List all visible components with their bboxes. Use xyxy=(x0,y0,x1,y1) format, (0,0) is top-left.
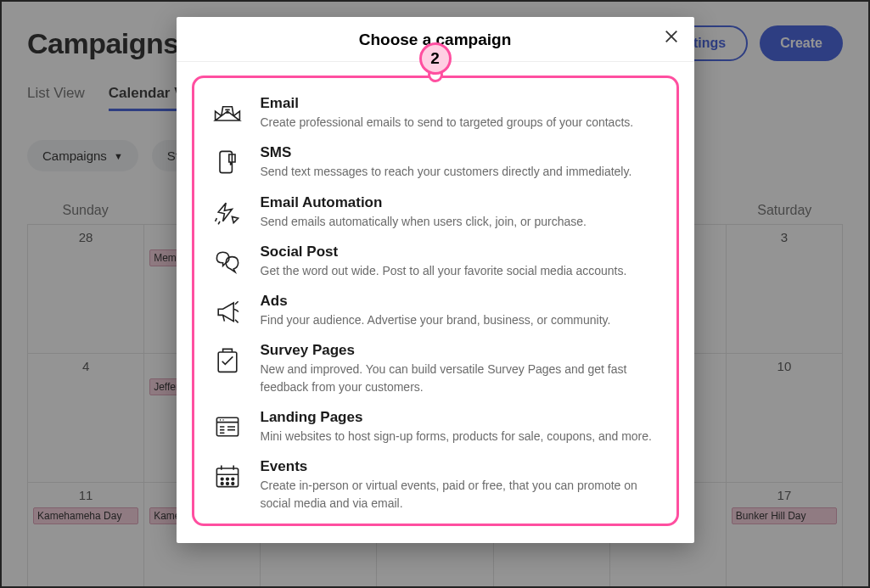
landing-icon xyxy=(210,409,245,445)
option-desc: Create in-person or virtual events, paid… xyxy=(261,477,661,512)
campaign-option-email[interactable]: EmailCreate professional emails to send … xyxy=(210,95,661,131)
option-text: Survey PagesNew and improved. You can bu… xyxy=(261,342,661,395)
campaign-options: EmailCreate professional emails to send … xyxy=(192,76,679,526)
option-title: Email xyxy=(261,95,634,112)
close-icon xyxy=(664,29,679,44)
option-text: EmailCreate professional emails to send … xyxy=(261,95,634,131)
social-icon xyxy=(210,244,245,279)
option-desc: Mini websites to host sign-up forms, pro… xyxy=(261,428,652,445)
option-desc: Create professional emails to send to ta… xyxy=(261,114,634,131)
option-text: Social PostGet the word out wide. Post t… xyxy=(261,244,627,279)
option-desc: Find your audience. Advertise your brand… xyxy=(261,311,611,328)
option-title: SMS xyxy=(261,144,632,161)
campaign-option-social[interactable]: Social PostGet the word out wide. Post t… xyxy=(210,244,661,279)
sms-icon xyxy=(210,144,245,180)
step-badge: 2 xyxy=(419,42,452,75)
email-icon xyxy=(210,95,245,131)
option-title: Email Automation xyxy=(261,194,587,211)
survey-icon xyxy=(210,342,245,378)
option-title: Ads xyxy=(261,293,611,310)
campaign-option-ads[interactable]: AdsFind your audience. Advertise your br… xyxy=(210,293,661,328)
option-title: Events xyxy=(261,458,661,475)
option-desc: Send text messages to reach your custome… xyxy=(261,163,632,180)
option-title: Survey Pages xyxy=(261,342,661,359)
option-text: Landing PagesMini websites to host sign-… xyxy=(261,409,652,445)
campaign-option-survey[interactable]: Survey PagesNew and improved. You can bu… xyxy=(210,342,661,395)
close-button[interactable] xyxy=(664,29,679,48)
option-text: SMSSend text messages to reach your cust… xyxy=(261,144,632,180)
events-icon xyxy=(210,458,245,494)
option-desc: Send emails automatically when users cli… xyxy=(261,213,587,230)
ads-icon xyxy=(210,293,245,328)
option-title: Social Post xyxy=(261,244,627,260)
option-text: Email AutomationSend emails automaticall… xyxy=(261,194,587,230)
option-desc: New and improved. You can build versatil… xyxy=(261,361,661,395)
option-title: Landing Pages xyxy=(261,409,652,426)
automation-icon xyxy=(210,194,245,230)
campaign-option-landing[interactable]: Landing PagesMini websites to host sign-… xyxy=(210,409,661,445)
campaign-option-automation[interactable]: Email AutomationSend emails automaticall… xyxy=(210,194,661,230)
campaign-option-sms[interactable]: SMSSend text messages to reach your cust… xyxy=(210,144,661,180)
option-text: EventsCreate in-person or virtual events… xyxy=(261,458,661,512)
option-text: AdsFind your audience. Advertise your br… xyxy=(261,293,611,328)
campaign-option-events[interactable]: EventsCreate in-person or virtual events… xyxy=(210,458,661,512)
option-desc: Get the word out wide. Post to all your … xyxy=(261,262,627,279)
choose-campaign-modal: Choose a campaign 2 EmailCreate professi… xyxy=(177,17,694,543)
